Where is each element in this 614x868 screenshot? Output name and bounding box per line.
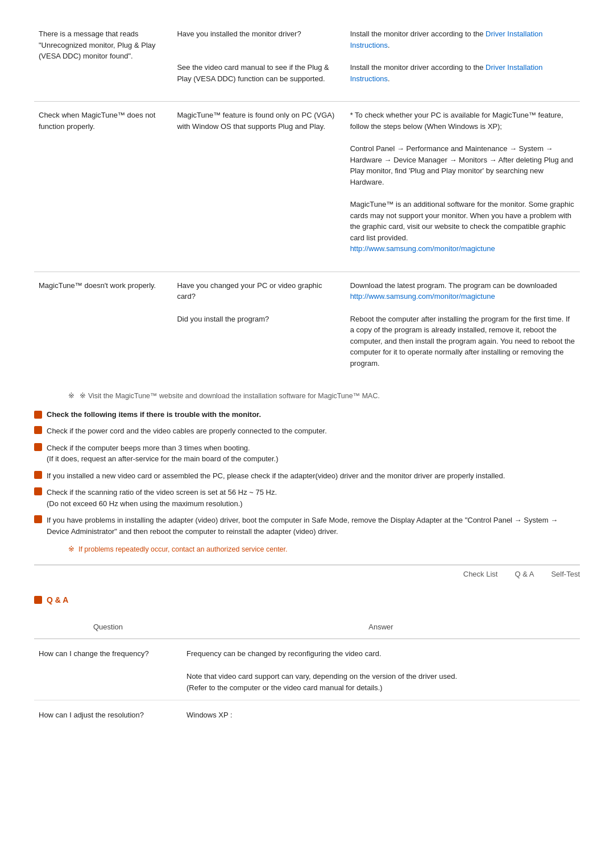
cause-cell: See the video card manual to see if the … — [172, 56, 345, 90]
qa-col-question-header: Question — [34, 616, 182, 639]
qa-table: Question Answer How can I change the fre… — [34, 616, 580, 727]
bullet-icon — [34, 426, 42, 434]
driver-instructions-link-2[interactable]: Driver Installation Instructions — [350, 63, 543, 83]
asterisk-icon: ※ — [68, 392, 74, 400]
cause-cell: Have you installed the monitor driver? — [172, 23, 345, 56]
problem-cell: MagicTune™ doesn't work properly. — [34, 272, 172, 374]
solution-cell: Install the monitor driver according to … — [346, 23, 580, 56]
list-item: Check if the scanning ratio of the video… — [34, 487, 580, 509]
list-item: If you installed a new video card or ass… — [34, 470, 580, 482]
qa-answer: Note that video card support can vary, d… — [182, 665, 580, 700]
nav-qa[interactable]: Q & A — [515, 570, 534, 578]
qa-answer: Frequency can be changed by reconfigurin… — [182, 639, 580, 666]
cause-cell: Have you changed your PC or video graphi… — [172, 272, 345, 308]
qa-row: How can I change the frequency? Frequenc… — [34, 639, 580, 666]
qa-table-header: Question Answer — [34, 616, 580, 639]
nav-checklist[interactable]: Check List — [463, 570, 498, 578]
solution-cell: Reboot the computer after installing the… — [346, 308, 580, 375]
magictune-mac-note: ※ ※ Visit the MagicTune™ website and dow… — [68, 391, 580, 400]
solution-cell: * To check whether your PC is available … — [346, 102, 580, 138]
table-row: There is a message that reads "Unrecogni… — [34, 23, 580, 56]
section-icon — [34, 411, 42, 419]
cause-cell: MagicTune™ feature is found only on PC (… — [172, 102, 345, 260]
qa-icon — [34, 596, 42, 604]
troubleshooting-table: There is a message that reads "Unrecogni… — [34, 23, 580, 374]
checklist-section-header: Check the following items if there is tr… — [34, 410, 580, 419]
solution-cell: Install the monitor driver according to … — [346, 56, 580, 90]
nav-selftest[interactable]: Self-Test — [551, 570, 580, 578]
bullet-icon — [34, 471, 42, 479]
qa-col-answer-header: Answer — [182, 616, 580, 639]
bullet-icon — [34, 443, 42, 451]
solution-cell: MagicTune™ is an additional software for… — [346, 193, 580, 260]
qa-question: How can I change the frequency? — [34, 639, 182, 700]
magictune-link-1[interactable]: http://www.samsung.com/monitor/magictune — [350, 244, 495, 253]
asterisk-icon-2: ※ — [68, 545, 78, 553]
solution-cell: Download the latest program. The program… — [346, 272, 580, 308]
service-center-note: ※ If problems repeatedly occur, contact … — [68, 545, 580, 553]
checklist-list: Check if the power cord and the video ca… — [34, 425, 580, 537]
qa-question: How can I adjust the resolution? — [34, 700, 182, 727]
qa-row: How can I adjust the resolution? Windows… — [34, 700, 580, 727]
list-item: Check if the computer beeps more than 3 … — [34, 443, 580, 465]
table-row: MagicTune™ doesn't work properly. Have y… — [34, 272, 580, 308]
bullet-icon — [34, 487, 42, 495]
problem-cell: Check when MagicTune™ does not function … — [34, 102, 172, 260]
table-row: Check when MagicTune™ does not function … — [34, 102, 580, 138]
cause-cell: Did you install the program? — [172, 308, 345, 375]
magictune-link-2[interactable]: http://www.samsung.com/monitor/magictune — [350, 292, 495, 301]
solution-cell: Control Panel → Performance and Maintena… — [346, 137, 580, 193]
problem-cell: There is a message that reads "Unrecogni… — [34, 23, 172, 90]
qa-section-header: Q & A — [34, 595, 580, 604]
bullet-icon — [34, 515, 42, 523]
qa-answer: Windows XP : — [182, 700, 580, 727]
page-navigation: Check List Q & A Self-Test — [34, 565, 580, 578]
driver-instructions-link-1[interactable]: Driver Installation Instructions — [350, 30, 543, 49]
list-item: If you have problems in installing the a… — [34, 515, 580, 537]
list-item: Check if the power cord and the video ca… — [34, 425, 580, 437]
